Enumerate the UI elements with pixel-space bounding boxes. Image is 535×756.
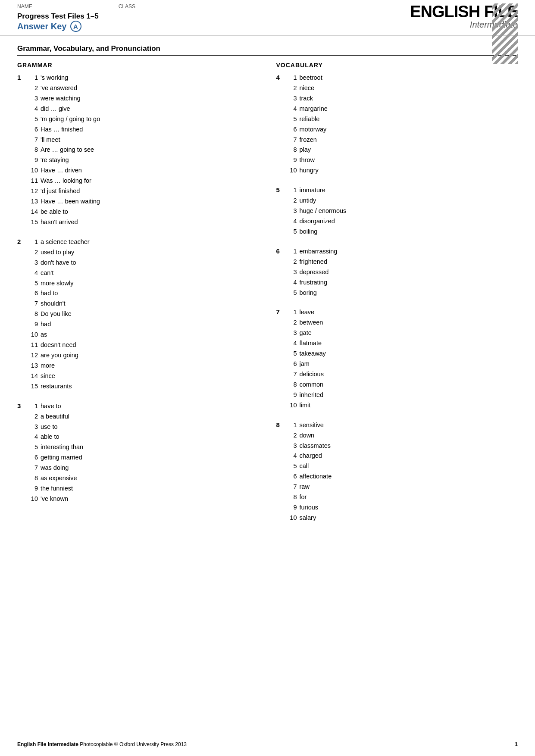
- list-item: 7was doing: [28, 463, 259, 473]
- list-item: 6had to: [28, 288, 259, 299]
- list-item: 1beetroot: [288, 73, 518, 83]
- exercise-1-row: 1 1's working 2've answered 3were watchi…: [17, 73, 259, 228]
- list-item: 8for: [288, 492, 518, 503]
- list-item: 7delicious: [288, 369, 518, 380]
- list-item: 6getting married: [28, 453, 259, 463]
- list-item: 7raw: [288, 482, 518, 492]
- exercise-8-block: 8 1sensitive 2down 3classmates 4charged …: [276, 420, 518, 523]
- list-item: 8play: [288, 145, 518, 155]
- list-item: 2down: [288, 431, 518, 441]
- exercise-8-row: 8 1sensitive 2down 3classmates 4charged …: [276, 420, 518, 523]
- list-item: 1's working: [28, 73, 259, 83]
- list-item: 2between: [288, 318, 518, 328]
- exercise-5-row: 5 1immature 2untidy 3huge / enormous 4di…: [276, 185, 518, 237]
- list-item: 10hungry: [288, 166, 518, 176]
- list-item: 4did … give: [28, 104, 259, 114]
- list-item: 5takeaway: [288, 349, 518, 359]
- main-content: Grammar, Vocabulary, and Pronunciation G…: [0, 36, 535, 550]
- exercise-5-num: 5: [276, 185, 284, 237]
- exercise-7-block: 7 1leave 2between 3gate 4flatmate 5takea…: [276, 307, 518, 410]
- page-number: 1: [515, 741, 518, 747]
- list-item: 1embarrassing: [288, 247, 518, 257]
- list-item: 10Have … driven: [28, 166, 259, 176]
- header-left: NAME CLASS Progress Test Files 1–5 Answe…: [17, 3, 380, 32]
- list-item: 9furious: [288, 503, 518, 513]
- list-item: 14be able to: [28, 207, 259, 217]
- list-item: 5boring: [288, 288, 518, 298]
- exercise-3-row: 3 1have to 2a beautiful 3use to 4able to…: [17, 401, 259, 504]
- list-item: 4able to: [28, 432, 259, 442]
- page-header: NAME CLASS Progress Test Files 1–5 Answe…: [0, 0, 535, 36]
- page-footer: English File Intermediate Photocopiable …: [17, 741, 518, 747]
- list-item: 5reliable: [288, 114, 518, 125]
- list-item: 2a beautiful: [28, 412, 259, 422]
- list-item: 5boiling: [288, 227, 518, 237]
- exercise-2-num: 2: [17, 237, 25, 392]
- exercise-1-list: 1's working 2've answered 3were watching…: [28, 73, 259, 228]
- footer-text: English File Intermediate Photocopiable …: [17, 741, 187, 747]
- list-item: 8as expensive: [28, 473, 259, 484]
- list-item: 9throw: [288, 155, 518, 166]
- list-item: 4charged: [288, 451, 518, 461]
- exercise-7-num: 7: [276, 307, 284, 410]
- list-item: 3depressed: [288, 267, 518, 278]
- list-item: 12'd just finished: [28, 186, 259, 197]
- class-label: CLASS: [119, 3, 135, 9]
- list-item: 9're staying: [28, 155, 259, 166]
- corner-decoration: [492, 3, 518, 64]
- exercise-6-num: 6: [276, 247, 284, 298]
- vocabulary-label: VOCABULARY: [276, 62, 518, 69]
- exercise-8-list: 1sensitive 2down 3classmates 4charged 5c…: [288, 420, 518, 523]
- list-item: 6Has … finished: [28, 125, 259, 135]
- list-item: 5more slowly: [28, 278, 259, 289]
- list-item: 15hasn't arrived: [28, 217, 259, 228]
- list-item: 7frozen: [288, 135, 518, 145]
- grammar-label: GRAMMAR: [17, 62, 259, 69]
- list-item: 2frightened: [288, 257, 518, 267]
- exercise-6-row: 6 1embarrassing 2frightened 3depressed 4…: [276, 247, 518, 298]
- list-item: 4can't: [28, 268, 259, 278]
- list-item: 6motorway: [288, 125, 518, 135]
- list-item: 2niece: [288, 83, 518, 94]
- list-item: 10limit: [288, 400, 518, 411]
- list-item: 6affectionate: [288, 472, 518, 482]
- list-item: 13more: [28, 361, 259, 371]
- list-item: 3don't have to: [28, 258, 259, 268]
- list-item: 9had: [28, 319, 259, 330]
- list-item: 9inherited: [288, 390, 518, 400]
- name-label: NAME: [17, 3, 32, 9]
- list-item: 12are you going: [28, 350, 259, 361]
- exercise-7-list: 1leave 2between 3gate 4flatmate 5takeawa…: [288, 307, 518, 410]
- list-item: 1a science teacher: [28, 237, 259, 247]
- list-item: 10salary: [288, 513, 518, 523]
- list-item: 4flatmate: [288, 338, 518, 349]
- list-item: 9the funniest: [28, 484, 259, 494]
- list-item: 8Are … going to see: [28, 145, 259, 155]
- list-item: 3gate: [288, 328, 518, 338]
- list-item: 3track: [288, 94, 518, 104]
- list-item: 1have to: [28, 401, 259, 412]
- list-item: 8Do you like: [28, 309, 259, 319]
- list-item: 6jam: [288, 359, 518, 369]
- exercise-3-num: 3: [17, 401, 25, 504]
- list-item: 7shouldn't: [28, 299, 259, 309]
- two-column-layout: GRAMMAR 1 1's working 2've answered 3wer…: [17, 62, 518, 533]
- exercise-2-block: 2 1a science teacher 2used to play 3don'…: [17, 237, 259, 392]
- list-item: 4frustrating: [288, 278, 518, 288]
- exercise-4-num: 4: [276, 73, 284, 176]
- exercise-2-list: 1a science teacher 2used to play 3don't …: [28, 237, 259, 392]
- exercise-5-block: 5 1immature 2untidy 3huge / enormous 4di…: [276, 185, 518, 237]
- list-item: 13Have … been waiting: [28, 197, 259, 207]
- exercise-6-list: 1embarrassing 2frightened 3depressed 4fr…: [288, 247, 518, 298]
- list-item: 5interesting than: [28, 442, 259, 453]
- exercise-8-num: 8: [276, 420, 284, 523]
- list-item: 1sensitive: [288, 420, 518, 431]
- exercise-1-num: 1: [17, 73, 25, 228]
- exercise-5-list: 1immature 2untidy 3huge / enormous 4diso…: [288, 185, 518, 237]
- grammar-column: GRAMMAR 1 1's working 2've answered 3wer…: [17, 62, 259, 533]
- list-item: 2used to play: [28, 247, 259, 258]
- exercise-4-block: 4 1beetroot 2niece 3track 4margarine 5re…: [276, 73, 518, 176]
- list-item: 11doesn't need: [28, 340, 259, 350]
- list-item: 15restaurants: [28, 381, 259, 392]
- corner-deco-inner: [492, 3, 518, 64]
